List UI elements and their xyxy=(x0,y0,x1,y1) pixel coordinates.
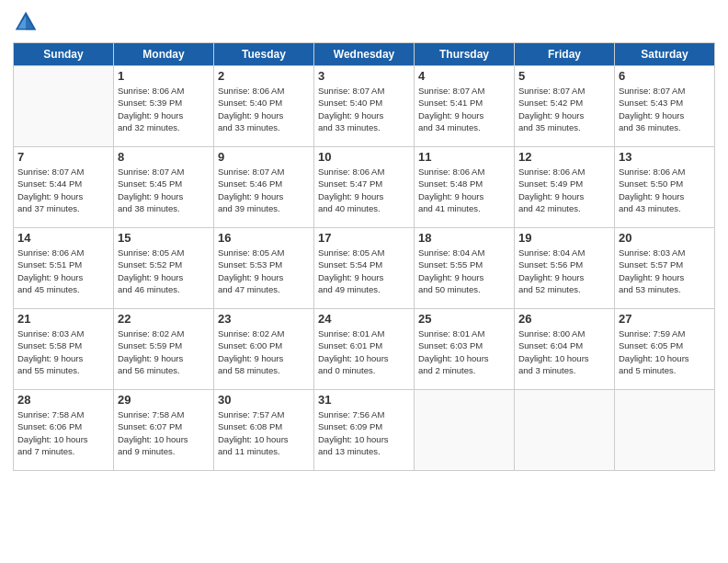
day-info: Sunrise: 8:07 AMSunset: 5:44 PMDaylight:… xyxy=(17,166,109,214)
day-number: 21 xyxy=(17,312,109,326)
calendar-week-row: 28Sunrise: 7:58 AMSunset: 6:06 PMDayligh… xyxy=(14,390,715,471)
day-info: Sunrise: 7:58 AMSunset: 6:06 PMDaylight:… xyxy=(17,408,109,457)
calendar-cell: 19Sunrise: 8:04 AMSunset: 5:56 PMDayligh… xyxy=(515,228,615,309)
calendar-week-row: 7Sunrise: 8:07 AMSunset: 5:44 PMDaylight… xyxy=(14,147,715,228)
day-info: Sunrise: 8:06 AMSunset: 5:47 PMDaylight:… xyxy=(318,166,410,214)
header xyxy=(13,9,715,35)
calendar-cell: 23Sunrise: 8:02 AMSunset: 6:00 PMDayligh… xyxy=(214,309,314,390)
calendar-cell: 22Sunrise: 8:02 AMSunset: 5:59 PMDayligh… xyxy=(114,309,214,390)
calendar-cell: 16Sunrise: 8:05 AMSunset: 5:53 PMDayligh… xyxy=(214,228,314,309)
day-number: 3 xyxy=(318,69,410,83)
day-number: 1 xyxy=(118,69,210,83)
day-number: 19 xyxy=(518,231,610,245)
day-info: Sunrise: 7:56 AMSunset: 6:09 PMDaylight:… xyxy=(318,408,410,457)
day-number: 15 xyxy=(118,231,210,245)
calendar-cell: 13Sunrise: 8:06 AMSunset: 5:50 PMDayligh… xyxy=(615,147,715,228)
day-number: 12 xyxy=(518,150,610,164)
day-number: 28 xyxy=(17,393,109,407)
day-number: 4 xyxy=(418,69,510,83)
calendar-cell: 6Sunrise: 8:07 AMSunset: 5:43 PMDaylight… xyxy=(615,66,715,147)
day-info: Sunrise: 8:04 AMSunset: 5:56 PMDaylight:… xyxy=(518,247,610,295)
calendar-cell: 2Sunrise: 8:06 AMSunset: 5:40 PMDaylight… xyxy=(214,66,314,147)
day-number: 27 xyxy=(619,312,711,326)
day-info: Sunrise: 8:07 AMSunset: 5:42 PMDaylight:… xyxy=(518,85,610,133)
day-number: 8 xyxy=(118,150,210,164)
day-number: 30 xyxy=(218,393,310,407)
weekday-header: Saturday xyxy=(615,43,715,66)
day-info: Sunrise: 8:06 AMSunset: 5:50 PMDaylight:… xyxy=(619,166,711,214)
logo-icon xyxy=(13,9,39,35)
day-info: Sunrise: 8:01 AMSunset: 6:01 PMDaylight:… xyxy=(318,327,410,376)
day-info: Sunrise: 8:06 AMSunset: 5:39 PMDaylight:… xyxy=(118,85,210,133)
calendar-cell: 18Sunrise: 8:04 AMSunset: 5:55 PMDayligh… xyxy=(415,228,515,309)
day-number: 14 xyxy=(17,231,109,245)
day-info: Sunrise: 8:07 AMSunset: 5:41 PMDaylight:… xyxy=(418,85,510,133)
calendar-cell: 15Sunrise: 8:05 AMSunset: 5:52 PMDayligh… xyxy=(114,228,214,309)
weekday-header: Tuesday xyxy=(214,43,314,66)
calendar-cell: 10Sunrise: 8:06 AMSunset: 5:47 PMDayligh… xyxy=(314,147,415,228)
calendar-cell: 21Sunrise: 8:03 AMSunset: 5:58 PMDayligh… xyxy=(14,309,114,390)
calendar-cell: 28Sunrise: 7:58 AMSunset: 6:06 PMDayligh… xyxy=(14,390,114,471)
calendar-cell: 3Sunrise: 8:07 AMSunset: 5:40 PMDaylight… xyxy=(314,66,415,147)
day-info: Sunrise: 7:58 AMSunset: 6:07 PMDaylight:… xyxy=(118,408,210,457)
calendar-cell: 25Sunrise: 8:01 AMSunset: 6:03 PMDayligh… xyxy=(415,309,515,390)
calendar-cell: 26Sunrise: 8:00 AMSunset: 6:04 PMDayligh… xyxy=(515,309,615,390)
calendar-cell xyxy=(615,390,715,471)
day-number: 9 xyxy=(218,150,310,164)
day-number: 18 xyxy=(418,231,510,245)
calendar-cell: 9Sunrise: 8:07 AMSunset: 5:46 PMDaylight… xyxy=(214,147,314,228)
calendar-week-row: 21Sunrise: 8:03 AMSunset: 5:58 PMDayligh… xyxy=(14,309,715,390)
calendar-cell: 31Sunrise: 7:56 AMSunset: 6:09 PMDayligh… xyxy=(314,390,415,471)
day-info: Sunrise: 7:59 AMSunset: 6:05 PMDaylight:… xyxy=(619,327,711,376)
day-info: Sunrise: 8:01 AMSunset: 6:03 PMDaylight:… xyxy=(418,327,510,376)
calendar-cell: 11Sunrise: 8:06 AMSunset: 5:48 PMDayligh… xyxy=(415,147,515,228)
calendar-table: SundayMondayTuesdayWednesdayThursdayFrid… xyxy=(13,42,715,471)
logo xyxy=(13,9,42,35)
day-info: Sunrise: 8:00 AMSunset: 6:04 PMDaylight:… xyxy=(518,327,610,376)
calendar-cell: 30Sunrise: 7:57 AMSunset: 6:08 PMDayligh… xyxy=(214,390,314,471)
day-number: 13 xyxy=(619,150,711,164)
day-number: 2 xyxy=(218,69,310,83)
calendar-cell: 1Sunrise: 8:06 AMSunset: 5:39 PMDaylight… xyxy=(114,66,214,147)
day-info: Sunrise: 8:06 AMSunset: 5:51 PMDaylight:… xyxy=(17,247,109,295)
day-number: 29 xyxy=(118,393,210,407)
day-info: Sunrise: 8:03 AMSunset: 5:58 PMDaylight:… xyxy=(17,327,109,376)
calendar-cell: 24Sunrise: 8:01 AMSunset: 6:01 PMDayligh… xyxy=(314,309,415,390)
calendar-cell: 29Sunrise: 7:58 AMSunset: 6:07 PMDayligh… xyxy=(114,390,214,471)
day-number: 31 xyxy=(318,393,410,407)
calendar-cell: 5Sunrise: 8:07 AMSunset: 5:42 PMDaylight… xyxy=(515,66,615,147)
day-info: Sunrise: 8:02 AMSunset: 5:59 PMDaylight:… xyxy=(118,327,210,376)
day-info: Sunrise: 8:05 AMSunset: 5:53 PMDaylight:… xyxy=(218,247,310,295)
day-number: 6 xyxy=(619,69,711,83)
calendar-cell: 20Sunrise: 8:03 AMSunset: 5:57 PMDayligh… xyxy=(615,228,715,309)
day-info: Sunrise: 8:05 AMSunset: 5:52 PMDaylight:… xyxy=(118,247,210,295)
day-info: Sunrise: 8:07 AMSunset: 5:46 PMDaylight:… xyxy=(218,166,310,214)
day-number: 24 xyxy=(318,312,410,326)
weekday-header: Friday xyxy=(515,43,615,66)
calendar-cell: 7Sunrise: 8:07 AMSunset: 5:44 PMDaylight… xyxy=(14,147,114,228)
day-number: 17 xyxy=(318,231,410,245)
calendar-week-row: 14Sunrise: 8:06 AMSunset: 5:51 PMDayligh… xyxy=(14,228,715,309)
day-number: 26 xyxy=(518,312,610,326)
weekday-header: Thursday xyxy=(415,43,515,66)
day-info: Sunrise: 8:06 AMSunset: 5:49 PMDaylight:… xyxy=(518,166,610,214)
calendar-cell: 27Sunrise: 7:59 AMSunset: 6:05 PMDayligh… xyxy=(615,309,715,390)
day-info: Sunrise: 8:05 AMSunset: 5:54 PMDaylight:… xyxy=(318,247,410,295)
calendar-cell: 14Sunrise: 8:06 AMSunset: 5:51 PMDayligh… xyxy=(14,228,114,309)
day-info: Sunrise: 8:02 AMSunset: 6:00 PMDaylight:… xyxy=(218,327,310,376)
page-container: SundayMondayTuesdayWednesdayThursdayFrid… xyxy=(0,0,728,480)
svg-marker-2 xyxy=(26,12,36,30)
day-info: Sunrise: 8:06 AMSunset: 5:48 PMDaylight:… xyxy=(418,166,510,214)
calendar-cell: 8Sunrise: 8:07 AMSunset: 5:45 PMDaylight… xyxy=(114,147,214,228)
day-number: 7 xyxy=(17,150,109,164)
day-info: Sunrise: 7:57 AMSunset: 6:08 PMDaylight:… xyxy=(218,408,310,457)
day-number: 11 xyxy=(418,150,510,164)
calendar-cell: 4Sunrise: 8:07 AMSunset: 5:41 PMDaylight… xyxy=(415,66,515,147)
calendar-cell xyxy=(415,390,515,471)
day-number: 23 xyxy=(218,312,310,326)
weekday-header: Sunday xyxy=(14,43,114,66)
calendar-cell: 12Sunrise: 8:06 AMSunset: 5:49 PMDayligh… xyxy=(515,147,615,228)
calendar-week-row: 1Sunrise: 8:06 AMSunset: 5:39 PMDaylight… xyxy=(14,66,715,147)
weekday-header-row: SundayMondayTuesdayWednesdayThursdayFrid… xyxy=(14,43,715,66)
calendar-cell: 17Sunrise: 8:05 AMSunset: 5:54 PMDayligh… xyxy=(314,228,415,309)
